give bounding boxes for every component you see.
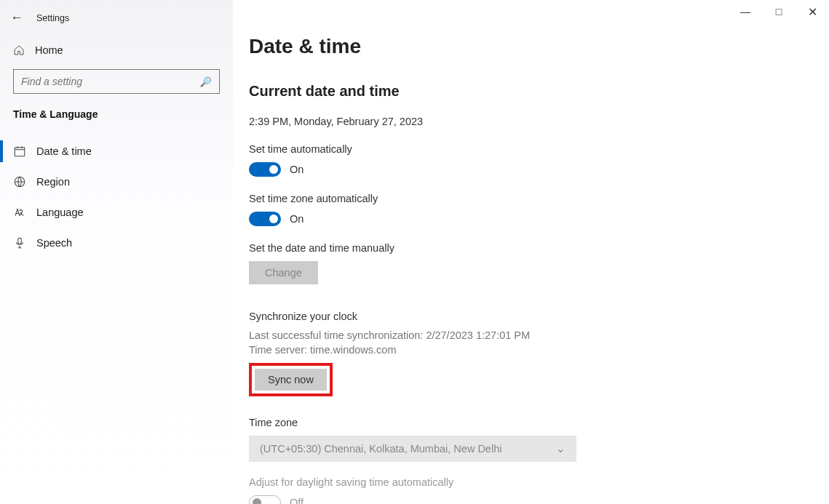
current-datetime-value: 2:39 PM, Monday, February 27, 2023	[249, 116, 626, 127]
home-nav[interactable]: Home	[0, 39, 233, 69]
daylight-toggle	[249, 495, 281, 504]
home-icon	[13, 44, 25, 56]
chevron-down-icon: ⌄	[556, 443, 566, 455]
search-icon: 🔍	[200, 76, 212, 87]
change-button: Change	[249, 261, 318, 284]
sync-now-button[interactable]: Sync now	[255, 369, 327, 391]
set-time-auto-label: Set time automatically	[249, 143, 626, 155]
home-label: Home	[35, 44, 63, 56]
search-input[interactable]	[21, 76, 200, 87]
toggle-state: On	[290, 213, 304, 225]
language-icon	[13, 206, 26, 219]
svg-rect-2	[18, 238, 22, 244]
sidebar: ← Settings Home 🔍 Time & Language Date &…	[0, 0, 233, 504]
maximize-button[interactable]: □	[762, 0, 796, 23]
tz-heading: Time zone	[249, 417, 626, 428]
sync-heading: Synchronize your clock	[249, 311, 626, 322]
svg-rect-0	[15, 148, 25, 156]
time-server-text: Time server: time.windows.com	[249, 344, 626, 356]
timezone-value: (UTC+05:30) Chennai, Kolkata, Mumbai, Ne…	[260, 443, 501, 455]
last-sync-text: Last successful time synchronization: 2/…	[249, 329, 626, 341]
calendar-icon	[13, 145, 26, 158]
manual-set-label: Set the date and time manually	[249, 242, 626, 254]
category-heading: Time & Language	[0, 108, 233, 136]
globe-icon	[13, 175, 26, 188]
toggle-state: Off	[290, 497, 304, 504]
current-datetime-heading: Current date and time	[249, 83, 626, 100]
minimize-button[interactable]: ―	[729, 0, 762, 23]
set-tz-auto-label: Set time zone automatically	[249, 193, 626, 204]
sidebar-item-speech[interactable]: Speech	[0, 228, 233, 258]
back-button[interactable]: ←	[10, 10, 23, 25]
highlight-box: Sync now	[249, 363, 333, 396]
microphone-icon	[13, 236, 26, 249]
sidebar-item-date-time[interactable]: Date & time	[0, 136, 233, 167]
sidebar-item-label: Date & time	[36, 145, 92, 157]
set-tz-auto-toggle[interactable]	[249, 212, 281, 226]
search-box[interactable]: 🔍	[13, 69, 220, 94]
window-controls: ― □ ✕	[729, 0, 829, 23]
sidebar-item-label: Language	[36, 207, 84, 218]
timezone-select: (UTC+05:30) Chennai, Kolkata, Mumbai, Ne…	[249, 436, 576, 462]
set-time-auto-toggle[interactable]	[249, 162, 281, 177]
page-title: Date & time	[249, 35, 626, 58]
sidebar-item-language[interactable]: Language	[0, 197, 233, 228]
daylight-label: Adjust for daylight saving time automati…	[249, 476, 626, 488]
window-title: Settings	[36, 13, 69, 23]
toggle-state: On	[290, 164, 304, 175]
sidebar-item-region[interactable]: Region	[0, 167, 233, 197]
close-button[interactable]: ✕	[796, 0, 829, 23]
main-content: Date & time Current date and time 2:39 P…	[233, 0, 829, 504]
sidebar-item-label: Region	[36, 176, 70, 188]
sidebar-item-label: Speech	[36, 237, 72, 249]
